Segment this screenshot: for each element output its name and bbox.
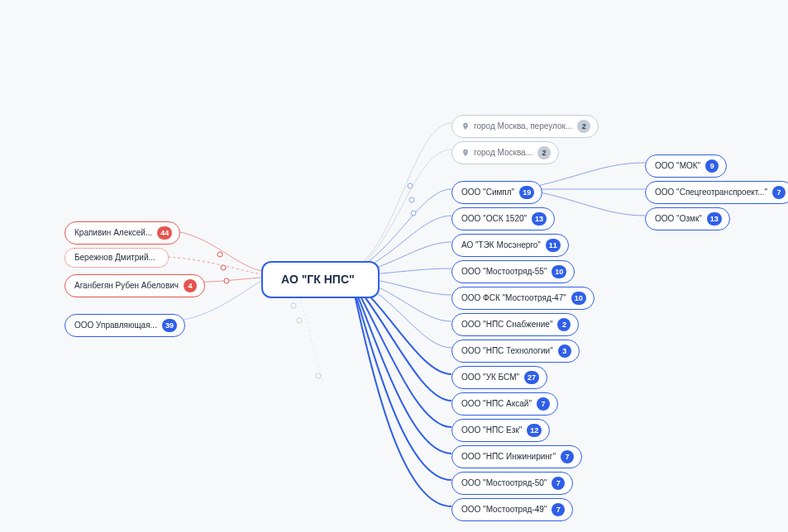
right-node-5[interactable]: ООО "НПС Снабжение" 2	[451, 313, 579, 336]
node-label: ООО "НПС Инжиниринг"	[461, 452, 556, 462]
far-node-0[interactable]: ООО "МОК" 9	[645, 154, 727, 178]
node-label: АО "ТЭК Мосэнерго"	[461, 240, 541, 250]
right-node-11[interactable]: ООО "Мостоотряд-50" 7	[451, 472, 573, 495]
svg-point-7	[297, 318, 302, 323]
node-label: ООО "УК БСМ"	[461, 373, 519, 382]
pin-icon	[461, 149, 470, 157]
count-badge: 44	[157, 226, 172, 240]
node-label: ООО Управляющая...	[74, 321, 157, 330]
svg-point-8	[316, 373, 321, 378]
count-badge: 13	[532, 212, 547, 226]
count-badge: 7	[537, 397, 550, 411]
address-node-1[interactable]: город Москва... 2	[451, 141, 559, 164]
count-badge: 2	[557, 318, 571, 331]
count-badge: 7	[552, 503, 565, 516]
node-label: ООО "НПС Езк"	[461, 425, 522, 435]
count-badge: 39	[162, 319, 177, 332]
far-node-2[interactable]: ООО "Озмк" 13	[645, 207, 730, 230]
svg-point-6	[291, 303, 296, 308]
right-node-8[interactable]: ООО "НПС Аксай" 7	[451, 392, 558, 416]
person-node-0[interactable]: Крапивин Алексей... 44	[64, 221, 180, 245]
node-label: ООО "НПС Технологии"	[461, 346, 553, 356]
count-badge: 7	[552, 477, 565, 490]
node-label: ООО "ОСК 1520"	[461, 214, 527, 224]
right-node-12[interactable]: ООО "Мостоотряд-49" 7	[451, 498, 573, 521]
node-label: ООО "Мостоотряд-55"	[461, 267, 547, 277]
svg-point-3	[408, 183, 413, 188]
node-label: ООО ФСК "Мостоотряд-47"	[461, 293, 566, 303]
svg-point-1	[221, 265, 226, 270]
count-badge: 2	[537, 146, 551, 159]
svg-point-2	[224, 278, 229, 283]
node-label: ООО "Озмк"	[655, 214, 702, 224]
right-node-6[interactable]: ООО "НПС Технологии" 3	[451, 340, 580, 363]
node-label: город Москва...	[474, 148, 532, 158]
node-label: Бережнов Дмитрий...	[74, 253, 155, 263]
node-label: ООО "МОК"	[655, 161, 700, 171]
node-label: Крапивин Алексей...	[74, 228, 152, 238]
right-node-0[interactable]: ООО "Симпл" 19	[451, 181, 542, 204]
right-node-7[interactable]: ООО "УК БСМ" 27	[451, 366, 547, 389]
svg-point-5	[411, 211, 416, 216]
svg-point-0	[217, 252, 222, 257]
node-label: ООО "НПС Снабжение"	[461, 320, 552, 330]
right-node-1[interactable]: ООО "ОСК 1520" 13	[451, 207, 555, 230]
node-label: ООО "Спецгеотранспроект..."	[655, 188, 767, 197]
count-badge: 7	[772, 186, 786, 199]
right-node-9[interactable]: ООО "НПС Езк" 12	[451, 419, 550, 442]
diagram-canvas[interactable]: АО "ГК НПС" Крапивин Алексей... 44 Береж…	[0, 0, 788, 532]
pin-icon	[461, 122, 470, 131]
center-node[interactable]: АО "ГК НПС"	[261, 261, 380, 298]
count-badge: 4	[184, 279, 197, 292]
node-label: город Москва, переулок...	[474, 121, 572, 131]
right-node-2[interactable]: АО "ТЭК Мосэнерго" 11	[451, 234, 569, 257]
svg-point-4	[409, 197, 414, 202]
count-badge: 3	[558, 344, 571, 358]
count-badge: 9	[705, 159, 719, 173]
count-badge: 27	[524, 371, 539, 384]
right-node-4[interactable]: ООО ФСК "Мостоотряд-47" 10	[451, 287, 595, 310]
node-label: Аганбегян Рубен Абелович	[74, 281, 179, 291]
person-node-2[interactable]: Аганбегян Рубен Абелович 4	[64, 274, 205, 297]
count-badge: 19	[519, 186, 534, 199]
node-label: ООО "Мостоотряд-50"	[461, 478, 547, 488]
address-node-0[interactable]: город Москва, переулок... 2	[451, 115, 599, 138]
far-node-1[interactable]: ООО "Спецгеотранспроект..." 7	[645, 181, 788, 204]
left-company-node[interactable]: ООО Управляющая... 39	[64, 314, 185, 337]
person-node-1[interactable]: Бережнов Дмитрий...	[64, 248, 169, 268]
count-badge: 7	[561, 450, 574, 463]
right-node-10[interactable]: ООО "НПС Инжиниринг" 7	[451, 445, 582, 468]
count-badge: 11	[546, 239, 561, 252]
count-badge: 10	[571, 292, 586, 305]
node-label: ООО "НПС Аксай"	[461, 399, 532, 409]
count-badge: 12	[527, 424, 542, 437]
center-label: АО "ГК НПС"	[281, 273, 355, 287]
count-badge: 13	[707, 212, 722, 226]
right-node-3[interactable]: ООО "Мостоотряд-55" 10	[451, 260, 575, 283]
node-label: ООО "Мостоотряд-49"	[461, 505, 547, 515]
node-label: ООО "Симпл"	[461, 188, 514, 197]
count-badge: 2	[577, 120, 590, 133]
count-badge: 10	[552, 265, 566, 278]
